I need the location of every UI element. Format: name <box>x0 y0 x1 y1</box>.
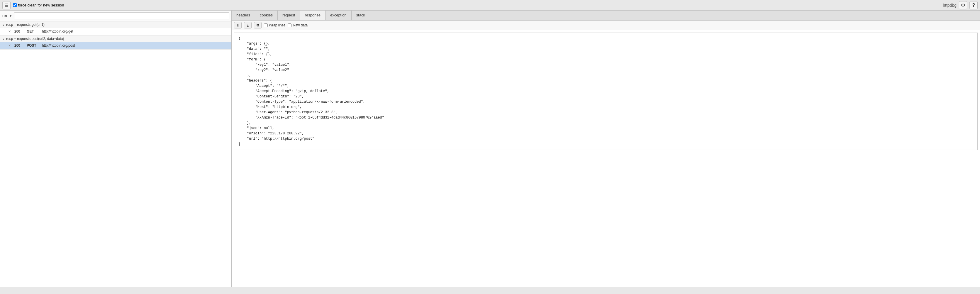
url-2: http://httpbin.org/post <box>42 43 75 48</box>
bottom-bar <box>0 287 980 294</box>
wrap-lines-label[interactable]: Wrap lines <box>264 23 285 27</box>
wrap-lines-text: Wrap lines <box>269 23 285 27</box>
request-group-header-1[interactable]: ∨ resp = requests.get(url1) <box>0 21 231 28</box>
request-group-1: ∨ resp = requests.get(url1) ✕ 200 GET ht… <box>0 21 231 35</box>
request-group-header-2[interactable]: ∨ resp = requests.post(url2, data=data) <box>0 35 231 42</box>
method-2: POST <box>27 43 38 48</box>
raw-data-checkbox[interactable] <box>288 24 291 27</box>
app-title: httpdbg <box>943 3 956 8</box>
tab-bar: headers cookies request response excepti… <box>232 11 980 21</box>
request-row-1[interactable]: ✕ 200 GET http://httpbin.org/get <box>0 28 231 35</box>
tab-cookies[interactable]: cookies <box>255 11 278 20</box>
url-bar: url ▼ <box>0 11 231 21</box>
pin-icon-2: ✕ <box>8 44 11 48</box>
settings-button[interactable]: ⚙ <box>959 1 967 10</box>
tab-headers[interactable]: headers <box>232 11 255 20</box>
expand-icon-2: ∨ <box>2 37 5 40</box>
group-label-2: resp = requests.post(url2, data=data) <box>6 37 64 41</box>
url-input[interactable] <box>14 12 229 19</box>
response-body: { "args": {}, "data": "", "files": {}, "… <box>234 33 978 150</box>
response-content: { "args": {}, "data": "", "files": {}, "… <box>232 30 980 287</box>
download-button[interactable]: ⬇ <box>234 22 242 29</box>
group-label-1: resp = requests.get(url1) <box>6 22 45 27</box>
close-button[interactable]: ☰ <box>2 1 11 10</box>
status-code-2: 200 <box>14 43 23 48</box>
tab-exception[interactable]: exception <box>326 11 352 20</box>
copy-button[interactable]: ⧉ <box>254 22 262 29</box>
request-group-2: ∨ resp = requests.post(url2, data=data) … <box>0 35 231 50</box>
raw-data-label[interactable]: Raw data <box>288 23 308 27</box>
tab-response[interactable]: response <box>300 11 325 20</box>
toolbar-right: httpdbg ⚙ ? <box>943 1 978 10</box>
toolbar-left: ☰ force clean for new session <box>2 1 943 10</box>
force-clean-label[interactable]: force clean for new session <box>13 3 64 7</box>
url-label: url <box>2 14 7 18</box>
force-clean-checkbox[interactable] <box>13 3 17 7</box>
info-button[interactable]: ℹ <box>244 22 251 29</box>
pin-icon-1: ✕ <box>8 30 11 34</box>
expand-icon-1: ∨ <box>2 23 5 26</box>
force-clean-text: force clean for new session <box>18 3 64 7</box>
method-1: GET <box>27 29 38 34</box>
url-1: http://httpbin.org/get <box>42 29 73 34</box>
right-panel: headers cookies request response excepti… <box>232 11 980 287</box>
status-code-1: 200 <box>14 29 23 34</box>
tab-request[interactable]: request <box>278 11 300 20</box>
request-list: ∨ resp = requests.get(url1) ✕ 200 GET ht… <box>0 21 231 287</box>
raw-data-text: Raw data <box>293 23 308 27</box>
wrap-lines-checkbox[interactable] <box>264 24 268 27</box>
left-panel: url ▼ ∨ resp = requests.get(url1) ✕ 200 … <box>0 11 232 287</box>
response-toolbar: ⬇ ℹ ⧉ Wrap lines Raw data <box>232 21 980 30</box>
main-content: url ▼ ∨ resp = requests.get(url1) ✕ 200 … <box>0 11 980 287</box>
main-toolbar: ☰ force clean for new session httpdbg ⚙ … <box>0 0 980 11</box>
tab-stack[interactable]: stack <box>352 11 370 20</box>
help-button[interactable]: ? <box>969 1 978 10</box>
request-row-2[interactable]: ✕ 200 POST http://httpbin.org/post <box>0 42 231 49</box>
url-filter-icon: ▼ <box>9 14 12 18</box>
